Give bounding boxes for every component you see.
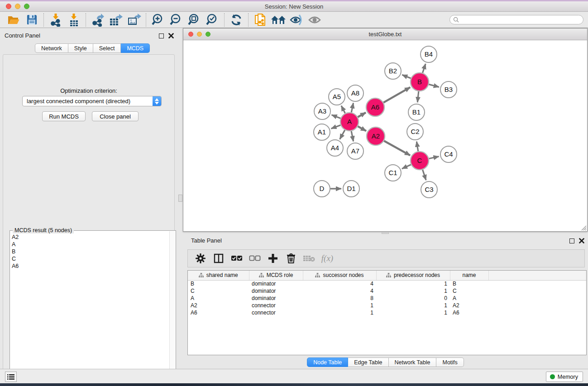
vertical-splitter-handle[interactable] [178,195,182,202]
graph-node-A5[interactable]: A5 [329,89,345,105]
result-scrollbar[interactable] [169,231,175,385]
close-window-button[interactable] [6,4,11,9]
graph-node-B1[interactable]: B1 [408,104,425,120]
import-network-icon[interactable] [47,13,65,27]
refresh-layout-icon[interactable] [227,13,245,27]
graph-edge-B-B1[interactable] [417,91,419,102]
graph-edge-B-B3[interactable] [429,84,439,87]
table-row[interactable]: A6connector11A6 [188,309,586,316]
graph-edge-A6-B[interactable] [383,87,410,103]
graph-node-C[interactable]: C [411,152,429,170]
graph-node-C3[interactable]: C3 [421,181,437,198]
zoom-selected-icon[interactable] [203,13,221,27]
graph-node-A1[interactable]: A1 [314,124,330,140]
graph-edge-B-B4[interactable] [423,64,426,73]
tab-node-table[interactable]: Node Table [307,357,348,367]
graph-node-C4[interactable]: C4 [440,146,457,162]
graph-node-B3[interactable]: B3 [440,81,457,98]
graph-edge-C-C3[interactable] [423,170,426,180]
zoom-network-window-button[interactable] [206,32,210,37]
zoom-window-button[interactable] [24,4,29,9]
table-row[interactable]: Adominator80A [188,295,586,302]
float-panel-icon[interactable] [159,33,164,38]
column-header-predecessor-nodes[interactable]: predecessor nodes [376,271,450,280]
graph-node-A8[interactable]: A8 [347,85,363,101]
delete-column-icon[interactable] [283,251,299,266]
column-header-name[interactable]: name [450,271,488,280]
graph-edge-A-A4[interactable] [340,130,345,139]
import-table-icon[interactable] [65,13,83,27]
graph-node-B4[interactable]: B4 [421,46,437,62]
graph-edge-A2-C[interactable] [384,141,410,155]
graph-edge-C-C1[interactable] [402,165,411,169]
graph-node-C1[interactable]: C1 [385,165,401,181]
minimize-network-window-button[interactable] [197,32,202,37]
graph-node-A[interactable]: A [340,113,359,131]
table-row[interactable]: Cdominator41C [188,287,586,295]
column-header-MCDS-role[interactable]: MCDS role [249,271,303,280]
split-columns-icon[interactable] [210,251,227,266]
tab-style[interactable]: Style [68,43,93,53]
deselect-all-columns-icon[interactable] [247,251,263,266]
mcds-result-list[interactable]: A2ABCA6 [12,234,168,383]
table-row[interactable]: Bdominator41B [188,280,586,287]
graph-edge-A-A7[interactable] [351,131,354,142]
search-field[interactable] [449,15,583,24]
network-canvas[interactable]: AA1A2A3A4A5A6A7A8BB1B2B3B4CC1C2C3C4DD1 [183,40,587,231]
criterion-dropdown[interactable]: largest connected component (directed) [22,96,162,106]
function-builder-icon[interactable]: f(x) [319,251,335,266]
select-all-columns-icon[interactable] [229,251,245,266]
close-table-panel-icon[interactable] [579,238,584,243]
graph-node-D[interactable]: D [314,181,330,197]
table-row[interactable]: A2connector11A2 [188,302,586,309]
tab-motifs[interactable]: Motifs [436,357,464,367]
tab-network[interactable]: Network [35,43,68,53]
graph-node-A3[interactable]: A3 [314,103,330,119]
memory-button[interactable]: Memory [546,372,583,382]
graph-node-C2[interactable]: C2 [407,124,423,140]
graph-edge-C-C2[interactable] [416,142,418,152]
export-image-icon[interactable] [125,13,143,27]
float-table-panel-icon[interactable] [569,238,574,243]
zoom-in-icon[interactable] [149,13,167,27]
graph-edge-A-A6[interactable] [358,113,366,117]
graph-node-A4[interactable]: A4 [327,140,343,156]
window-resize-grip[interactable] [580,224,587,231]
close-panel-button[interactable]: Close panel [92,111,139,121]
zoom-fit-icon[interactable] [185,13,203,27]
zoom-out-icon[interactable] [167,13,185,27]
tab-network-table[interactable]: Network Table [389,357,437,367]
close-network-window-button[interactable] [188,32,193,37]
graph-node-A6[interactable]: A6 [366,98,384,116]
graph-node-B[interactable]: B [411,73,429,91]
settings-gear-icon[interactable] [192,251,209,266]
horizontal-splitter-handle[interactable] [382,232,389,234]
export-network-icon[interactable] [89,13,107,27]
search-input[interactable] [461,16,583,24]
show-all-icon[interactable] [306,13,324,27]
copy-network-icon[interactable] [251,13,269,27]
graph-edge-A-A3[interactable] [332,115,341,119]
open-file-icon[interactable] [5,13,23,27]
graph-node-B2[interactable]: B2 [385,63,401,79]
export-table-icon[interactable] [107,13,125,27]
minimize-window-button[interactable] [15,4,20,9]
graph-node-A2[interactable]: A2 [367,127,385,145]
add-column-icon[interactable] [265,251,281,266]
graph-node-A7[interactable]: A7 [347,143,363,159]
graph-edge-B-B2[interactable] [402,75,411,78]
graph-edge-C-C4[interactable] [429,157,439,159]
graph-node-D1[interactable]: D1 [343,181,359,197]
column-header-successor-nodes[interactable]: successor nodes [303,271,376,280]
task-history-button[interactable] [5,372,17,382]
graph-edge-A-A2[interactable] [358,126,366,131]
save-session-icon[interactable] [23,13,41,27]
graph-edge-A-A5[interactable] [341,106,345,114]
delete-table-icon[interactable] [301,251,317,266]
graph-edge-A-A8[interactable] [351,103,353,113]
tab-select[interactable]: Select [93,43,121,53]
home-view-icon[interactable] [269,13,287,27]
tab-edge-table[interactable]: Edge Table [348,357,388,367]
column-header-shared-name[interactable]: shared name [188,271,249,280]
hide-selected-icon[interactable] [287,13,306,27]
